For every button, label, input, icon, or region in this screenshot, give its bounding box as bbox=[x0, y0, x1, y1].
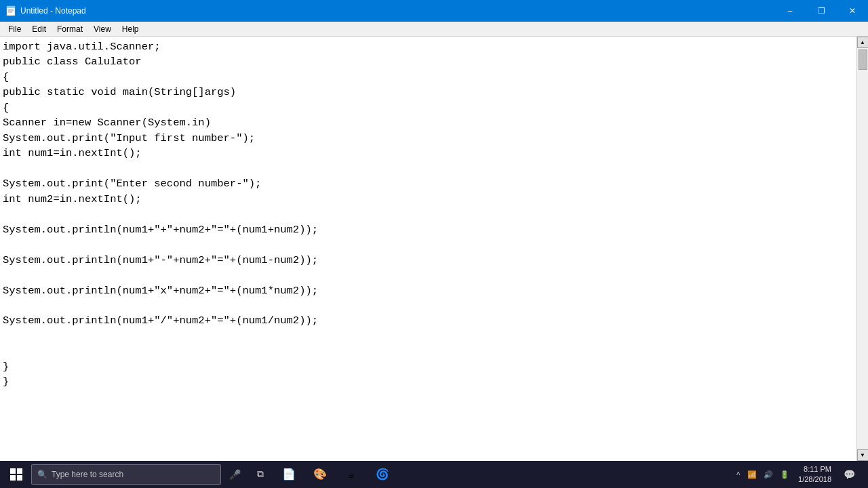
menu-format[interactable]: Format bbox=[52, 23, 88, 35]
clock-time: 8:11 PM bbox=[798, 464, 831, 474]
notification-icon: 💬 bbox=[844, 469, 855, 481]
start-button[interactable] bbox=[3, 461, 30, 488]
system-tray: ^ 📶 🔊 🔋 8:11 PM 1/28/2018 💬 bbox=[728, 461, 865, 488]
svg-rect-1 bbox=[7, 6, 15, 8]
menu-view[interactable]: View bbox=[88, 23, 117, 35]
taskbar-app-paint[interactable]: 🎨 bbox=[305, 461, 335, 488]
clock-date: 1/28/2018 bbox=[798, 474, 831, 485]
paint-taskbar-icon: 🎨 bbox=[312, 466, 328, 483]
microphone-icon: 🎤 bbox=[229, 469, 241, 481]
volume-icon[interactable]: 🔊 bbox=[762, 470, 775, 479]
minimize-button[interactable]: – bbox=[774, 0, 806, 22]
menu-bar: File Edit Format View Help bbox=[0, 22, 868, 37]
taskbar-app-notepad[interactable]: 📄 bbox=[274, 461, 304, 488]
system-clock[interactable]: 8:11 PM 1/28/2018 bbox=[794, 464, 835, 485]
title-bar: Untitled - Notepad – ❐ ✕ bbox=[0, 0, 868, 22]
title-bar-left: Untitled - Notepad bbox=[5, 5, 86, 16]
taskbar-app-java[interactable]: ☕ bbox=[336, 461, 366, 488]
taskbar: 🔍 Type here to search 🎤 ⧉ 📄 🎨 ☕ 🌀 ^ 📶 🔊 … bbox=[0, 461, 868, 488]
scrollbar-vertical[interactable]: ▲ ▼ bbox=[856, 37, 868, 461]
eclipse-taskbar-icon: 🌀 bbox=[374, 466, 391, 483]
search-icon: 🔍 bbox=[37, 470, 47, 480]
battery-icon[interactable]: 🔋 bbox=[778, 470, 791, 479]
search-placeholder-text: Type here to search bbox=[52, 470, 123, 479]
scroll-thumb[interactable] bbox=[859, 49, 867, 70]
window-title: Untitled - Notepad bbox=[20, 6, 86, 16]
windows-logo-icon bbox=[10, 468, 22, 481]
title-bar-buttons: – ❐ ✕ bbox=[774, 0, 868, 22]
menu-file[interactable]: File bbox=[3, 23, 26, 35]
tray-chevron[interactable]: ^ bbox=[734, 470, 743, 479]
scroll-down-arrow[interactable]: ▼ bbox=[857, 449, 869, 461]
maximize-button[interactable]: ❐ bbox=[806, 0, 837, 22]
editor-container: import java.util.Scanner; public class C… bbox=[0, 37, 868, 461]
menu-edit[interactable]: Edit bbox=[26, 23, 52, 35]
notepad-taskbar-icon: 📄 bbox=[281, 466, 297, 483]
notepad-icon bbox=[5, 5, 16, 16]
scroll-up-arrow[interactable]: ▲ bbox=[857, 37, 869, 48]
taskbar-search[interactable]: 🔍 Type here to search bbox=[31, 464, 221, 485]
editor-content[interactable]: import java.util.Scanner; public class C… bbox=[0, 37, 868, 461]
task-view-button[interactable]: ⧉ bbox=[248, 461, 273, 488]
task-view-icon: ⧉ bbox=[257, 469, 264, 480]
notification-button[interactable]: 💬 bbox=[838, 461, 860, 488]
menu-help[interactable]: Help bbox=[117, 23, 144, 35]
microphone-button[interactable]: 🎤 bbox=[222, 461, 247, 488]
close-button[interactable]: ✕ bbox=[837, 0, 868, 22]
network-icon[interactable]: 📶 bbox=[745, 470, 759, 479]
java-taskbar-icon: ☕ bbox=[343, 466, 359, 483]
taskbar-app-eclipse[interactable]: 🌀 bbox=[368, 461, 397, 488]
